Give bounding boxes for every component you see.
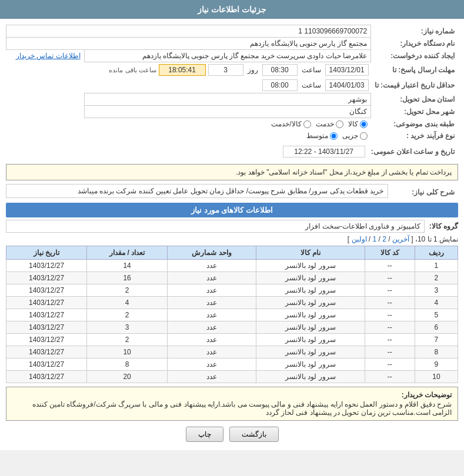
date2-value: 1404/01/03 — [325, 79, 369, 91]
radio-khedmat-label[interactable]: خدمت — [316, 120, 343, 128]
shomare-niaz-value: 1103096669700072 1 — [6, 25, 371, 38]
pagination-prev-link[interactable]: 1 — [373, 235, 377, 243]
shahr-value: کنگان — [84, 106, 371, 118]
mande-label: ساعت باقی مانده — [109, 66, 156, 74]
table-row: 10--سرور لود بالانسرعدد201403/12/27 — [6, 371, 458, 383]
cell-radif: 7 — [415, 334, 458, 346]
info-table: شماره نیاز: 1103096669700072 1 نام دستگا… — [6, 25, 458, 142]
date1-value: 1403/12/01 — [325, 64, 369, 76]
radio-motevaset[interactable] — [330, 132, 338, 140]
bazgasht-button[interactable]: بازگشت — [229, 427, 279, 442]
cell-radif: 4 — [415, 297, 458, 309]
cell-name: سرور لود بالانسر — [256, 358, 365, 371]
cell-tedad: 2 — [87, 334, 168, 346]
cell-radif: 6 — [415, 321, 458, 334]
note-box: پرداخت تمام یا بخشی از مبلغ خرید،از محل … — [6, 164, 458, 180]
radio-kalakhedmat-label[interactable]: کالا/خدمت — [271, 120, 311, 128]
radio-khedmat[interactable] — [336, 120, 343, 128]
tarikh-saat-label: تاریخ و ساعت اعلان عمومی: — [368, 144, 458, 159]
th-vahed: واحد شمارش — [168, 246, 256, 260]
table-row: 4--سرور لود بالانسرعدد41403/12/27 — [6, 297, 458, 309]
saat-label-1: ساعت — [302, 66, 321, 74]
page-title: جزئیات اطلاعات نیاز — [198, 5, 266, 14]
table-row: 3--سرور لود بالانسرعدد21403/12/27 — [6, 284, 458, 297]
name-kharidad-value: مجتمع گاز پارس جنوبی پالایشگاه یازدهم — [6, 38, 371, 50]
cell-radif: 9 — [415, 358, 458, 371]
saat1-value: 08:30 — [262, 64, 298, 76]
cell-tedad: 16 — [87, 272, 168, 284]
radio-motevaset-label[interactable]: متوسط — [306, 132, 338, 140]
note-text: پرداخت تمام یا بخشی از مبلغ خرید،از محل … — [236, 168, 452, 176]
mohlat-row: 1403/12/01 ساعت 08:30 روز 3 18:05:41 ساع… — [86, 64, 369, 76]
tabaghe-radio-group: کالا خدمت کالا/خدمت — [88, 120, 368, 128]
cell-tarikh: 1403/12/27 — [6, 309, 87, 321]
hedaghol-label: حداقل تاریخ اعتبار قیمت: تا — [371, 78, 458, 93]
roz-value: 3 — [208, 64, 243, 76]
th-kod: کد کالا — [365, 246, 415, 260]
th-name: نام کالا — [256, 246, 365, 260]
noe-farayand-radio-group: جزیی متوسط — [88, 132, 368, 140]
cell-vahed: عدد — [168, 321, 256, 334]
cell-kod: -- — [365, 260, 415, 272]
cell-radif: 1 — [415, 260, 458, 272]
pagination-show: نمایش 1 تا 10، — [415, 235, 458, 243]
cell-radif: 10 — [415, 371, 458, 383]
etela-link[interactable]: اطلاعات تماس خریدار — [16, 52, 81, 60]
cell-radif: 3 — [415, 284, 458, 297]
cell-radif: 5 — [415, 309, 458, 321]
etelaat-section-header: اطلاعات کالاهای مورد نیاز — [6, 203, 458, 217]
group-kala-row: گروه کالا: کامپیوتر و فناوری اطلاعات-سخت… — [6, 220, 458, 233]
page-header: جزئیات اطلاعات نیاز — [0, 0, 464, 19]
radio-jazyi[interactable] — [360, 132, 368, 140]
cell-kod: -- — [365, 309, 415, 321]
table-row: 5--سرور لود بالانسرعدد21403/12/27 — [6, 309, 458, 321]
cell-name: سرور لود بالانسر — [256, 334, 365, 346]
radio-khedmat-text: خدمت — [316, 120, 334, 128]
radio-kala-label[interactable]: کالا — [348, 120, 368, 128]
table-head: ردیف کد کالا نام کالا واحد شمارش تعداد /… — [6, 246, 458, 260]
cell-vahed: عدد — [168, 334, 256, 346]
cell-vahed: عدد — [168, 272, 256, 284]
tozih-text: شرح دقیق اقلام و دستور العمل نحوه ارایه … — [32, 400, 452, 417]
pagination-last-link[interactable]: آخرین — [392, 235, 409, 243]
sharh-kolli-value: خرید قطعات یدکی سرور/ مطابق شرح پیوست/ ح… — [6, 185, 388, 198]
hedaghol-row: 1404/01/03 ساعت 08:00 — [86, 79, 369, 91]
pagination-next-link[interactable]: 2 — [382, 235, 386, 243]
sharh-kolli-table: شرح کلی نیاز: خرید قطعات یدکی سرور/ مطاب… — [6, 184, 458, 198]
cell-name: سرور لود بالانسر — [256, 371, 365, 383]
radio-kalakhedmat-text: کالا/خدمت — [271, 120, 301, 128]
radio-jazyi-label[interactable]: جزیی — [342, 132, 368, 140]
cell-name: سرور لود بالانسر — [256, 284, 365, 297]
radio-kala-text: کالا — [348, 120, 358, 128]
saat-label-2: ساعت — [302, 81, 321, 89]
kala-table: ردیف کد کالا نام کالا واحد شمارش تعداد /… — [6, 246, 458, 383]
shomare-niaz-label: شماره نیاز: — [371, 25, 458, 38]
cell-tarikh: 1403/12/27 — [6, 284, 87, 297]
content-area: شماره نیاز: 1103096669700072 1 نام دستگا… — [0, 19, 464, 450]
radio-kala[interactable] — [360, 120, 368, 128]
radio-motevaset-text: متوسط — [306, 132, 328, 140]
cell-kod: -- — [365, 334, 415, 346]
pagination-row: نمایش 1 تا 10، [ آخرین / 2 / 1 / اولین ] — [6, 235, 458, 243]
cell-kod: -- — [365, 272, 415, 284]
shahr-label: شهر محل تحویل: — [371, 106, 458, 118]
cell-kod: -- — [365, 284, 415, 297]
th-tedad: تعداد / مقدار — [87, 246, 168, 260]
pagination-first-link[interactable]: اولین — [352, 235, 367, 243]
cell-name: سرور لود بالانسر — [256, 272, 365, 284]
cell-tarikh: 1403/12/27 — [6, 346, 87, 358]
cell-vahed: عدد — [168, 297, 256, 309]
tabaghe-label: طبقه بندی موضوعی: — [371, 118, 458, 130]
cell-radif: 2 — [415, 272, 458, 284]
tozih-box: توضیحات خریدار: شرح دقیق اقلام و دستور ا… — [6, 387, 458, 421]
cell-tarikh: 1403/12/27 — [6, 260, 87, 272]
cell-kod: -- — [365, 371, 415, 383]
chap-button[interactable]: چاپ — [186, 427, 223, 442]
cell-tarikh: 1403/12/27 — [6, 358, 87, 371]
radio-kalakhedmat[interactable] — [303, 120, 311, 128]
name-kharidad-label: نام دستگاه خریدار: — [371, 38, 458, 50]
cell-radif: 8 — [415, 346, 458, 358]
cell-tedad: 2 — [87, 284, 168, 297]
cell-vahed: عدد — [168, 309, 256, 321]
ostan-label: استان محل تحویل: — [371, 93, 458, 106]
